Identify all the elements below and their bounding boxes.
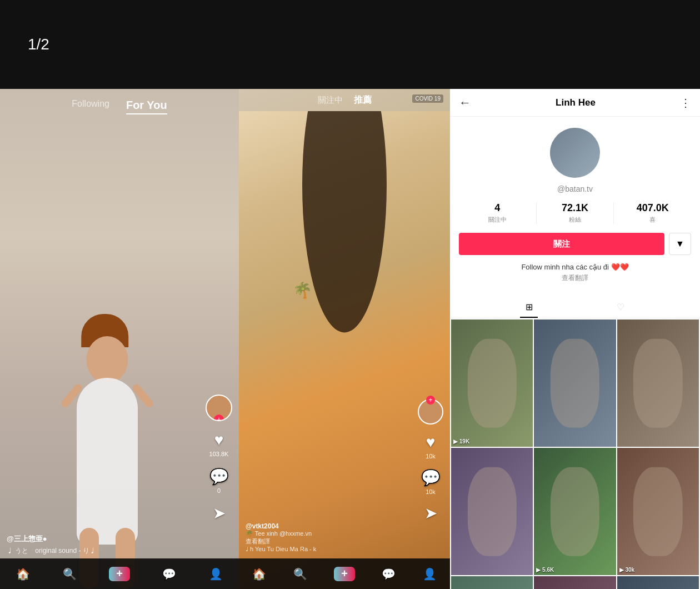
page-indicator: 1/2 (28, 36, 49, 53)
home-icon: 🏠 (16, 567, 30, 581)
s2-like-count: 10k (426, 453, 436, 460)
cook-figure-2 (551, 338, 599, 427)
s3-avatar (550, 128, 600, 178)
s2-nav-profile[interactable]: 👤 (423, 567, 437, 581)
s1-username: @三上惣亜● (7, 534, 206, 544)
grid-item-5[interactable]: ▶ 5.6K (534, 448, 616, 575)
add-button[interactable]: + (109, 567, 130, 581)
s2-nav-search[interactable]: 🔍 (293, 567, 307, 581)
grid-item-3[interactable] (617, 320, 699, 447)
dancer-figure (46, 256, 168, 545)
follow-dropdown-button[interactable]: ▼ (669, 233, 691, 255)
profile-name: Linh Hee (556, 97, 596, 108)
s2-inbox-icon: 💬 (382, 567, 396, 581)
screen3-profile: ← Linh Hee ⋮ @batan.tv 4 關注中 72.1K 粉絲 (450, 89, 700, 589)
followers-label: 粉絲 (569, 216, 581, 223)
nav-profile[interactable]: 👤 (209, 567, 223, 581)
s3-video-grid: ▶ 19K ▶ 5.6K ▶ 30k (450, 318, 700, 589)
s2-home-icon: 🏠 (252, 567, 266, 581)
s2-nav-inbox[interactable]: 💬 (382, 567, 396, 581)
nav-inbox[interactable]: 💬 (162, 567, 176, 581)
tab-grid[interactable]: ⊞ (514, 296, 544, 318)
s3-bio: Follow minh nha các cậu đi ❤️❤️ (521, 263, 628, 271)
cook-figure-5 (551, 467, 599, 556)
dancer-body (77, 378, 138, 545)
s1-bottom-nav: 🏠 🔍 + 💬 👤 (0, 558, 239, 589)
follow-button[interactable]: 關注 (459, 233, 664, 255)
more-options-button[interactable]: ⋮ (680, 96, 691, 109)
s3-stat-likes: 407.0K 喜 (614, 202, 691, 224)
s2-user-avatar[interactable] (418, 399, 443, 425)
following-count: 4 (459, 202, 536, 214)
s1-foryou-tab[interactable]: For You (126, 99, 167, 114)
comment-icon-2[interactable]: 💬 (421, 468, 441, 487)
grid-item-8[interactable] (534, 576, 616, 589)
s2-search-icon: 🔍 (293, 567, 307, 581)
followers-count: 72.1K (537, 202, 614, 214)
cook-figure-4 (467, 467, 516, 556)
tab-liked[interactable]: ♡ (606, 296, 636, 318)
s1-bottom-info: @三上惣亜● ♩ うと original sound - り♩ (7, 534, 206, 556)
comment-icon[interactable]: 💬 (209, 467, 229, 486)
s1-like-group: ♥ 103.8K (209, 431, 229, 457)
s2-profile-icon: 👤 (423, 567, 437, 581)
grid-item-4[interactable] (451, 448, 533, 575)
back-button[interactable]: ← (459, 96, 471, 110)
view-count-1: ▶ 19K (453, 438, 469, 445)
s2-following-tab[interactable]: 關注中 (318, 95, 343, 106)
comment-count: 0 (217, 487, 221, 494)
cook-figure-1 (467, 338, 516, 427)
s1-user-avatar[interactable] (206, 395, 232, 421)
s2-translate[interactable]: 查看翻譯 (246, 537, 414, 546)
s2-comment-count: 10k (426, 488, 436, 495)
main-content: Following For You ♥ 103.8K � (0, 89, 700, 589)
cook-figure-6 (633, 467, 682, 556)
nav-add[interactable]: + (109, 567, 130, 581)
top-bar: 1/2 (0, 0, 700, 89)
following-label: 關注中 (488, 216, 507, 223)
grid-item-1[interactable]: ▶ 19K (451, 320, 533, 447)
s3-tabs: ⊞ ♡ (450, 296, 700, 318)
grid-item-6[interactable]: ▶ 30k (617, 448, 699, 575)
s2-comment-group: 💬 10k (421, 468, 441, 495)
s3-follow-row: 關注 ▼ (459, 233, 691, 255)
s2-desc: 🌴 Tee xinh @hxxme.vn (246, 530, 414, 537)
heart-icon-2[interactable]: ♥ (426, 433, 436, 451)
share-icon-2[interactable]: ➤ (424, 504, 437, 522)
s2-recommend-tab[interactable]: 推薦 (354, 94, 372, 106)
likes-count: 407.0K (614, 202, 691, 214)
inbox-icon: 💬 (162, 567, 176, 581)
s2-nav-home[interactable]: 🏠 (252, 567, 266, 581)
grid-item-7[interactable] (451, 576, 533, 589)
nav-search[interactable]: 🔍 (63, 567, 77, 581)
s2-sidebar: ♥ 10k 💬 10k ➤ (418, 399, 443, 522)
grid-item-2[interactable] (534, 320, 616, 447)
s3-avatar-img (550, 128, 600, 178)
s1-sidebar: ♥ 103.8K 💬 0 ➤ (206, 395, 232, 522)
share-icon[interactable]: ➤ (213, 504, 226, 522)
s3-handle: @batan.tv (557, 184, 593, 193)
s2-nav-add[interactable]: + (334, 567, 355, 581)
heart-icon[interactable]: ♥ (214, 431, 224, 449)
s3-translate-link[interactable]: 查看翻譯 (562, 273, 588, 283)
s3-stat-following: 4 關注中 (459, 202, 537, 224)
like-count: 103.8K (209, 451, 229, 457)
s3-stats: 4 關注中 72.1K 粉絲 407.0K 喜 (459, 202, 691, 224)
s2-add-button[interactable]: + (334, 567, 355, 581)
nav-home[interactable]: 🏠 (16, 567, 30, 581)
view-count-6: ▶ 30k (619, 567, 634, 573)
s2-share-group: ➤ (424, 504, 437, 522)
s3-header: ← Linh Hee ⋮ (450, 89, 700, 117)
s1-following-tab[interactable]: Following (72, 99, 109, 114)
view-count-5: ▶ 5.6K (536, 567, 554, 573)
s1-top-nav: Following For You (0, 99, 239, 114)
screen2-tiktok: 關注中 推薦 COVID 19 🌴 ♥ 10k 💬 10k ➤ (239, 89, 450, 589)
s3-stat-followers: 72.1K 粉絲 (537, 202, 614, 224)
s2-watermark: 🌴 (293, 281, 312, 300)
s3-profile-section: @batan.tv 4 關注中 72.1K 粉絲 407.0K 喜 關注 (450, 117, 700, 296)
cook-figure-3 (633, 338, 682, 427)
s2-username: @vtkt2004 (246, 522, 414, 530)
likes-label: 喜 (649, 216, 656, 223)
s1-music-info: ♩ うと original sound - り♩ (7, 546, 206, 556)
grid-item-9[interactable] (617, 576, 699, 589)
